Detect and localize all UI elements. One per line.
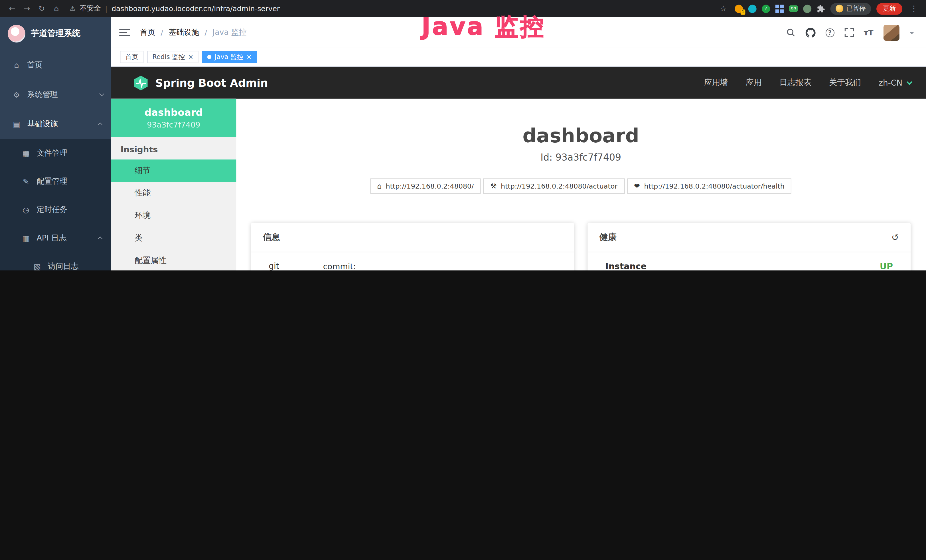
health-row-label: Instance: [605, 262, 647, 271]
chevron-down-icon: [99, 91, 104, 97]
close-icon[interactable]: ×: [188, 54, 194, 60]
sba-item-classes[interactable]: 类: [111, 227, 236, 249]
clock-icon: ◷: [21, 206, 31, 214]
search-icon[interactable]: [786, 28, 795, 37]
sba-brand-label: Spring Boot Admin: [156, 76, 268, 89]
service-url-link[interactable]: ⌂ http://192.168.0.2:48080/: [370, 178, 481, 194]
tag-redis-monitor[interactable]: Redis 监控 ×: [147, 51, 199, 63]
health-card-header: 健康 ↺: [587, 223, 911, 253]
sba-nav-applications[interactable]: 应用: [746, 77, 762, 88]
sba-nav-about[interactable]: 关于我们: [829, 77, 861, 88]
cards-left-column: 信息 git commit: time: 1596289704000 id: 2…: [251, 223, 574, 271]
link-label: http://192.168.0.2:48080/actuator/health: [644, 182, 784, 190]
sidebar-item-label: API 日志: [36, 233, 67, 243]
avatar-caret-icon[interactable]: [909, 32, 914, 37]
sidebar-item-label: 系统管理: [27, 89, 58, 100]
tag-java-monitor[interactable]: Java 监控 ×: [202, 51, 257, 63]
forward-icon[interactable]: →: [21, 4, 33, 13]
breadcrumb-infrastructure[interactable]: 基础设施: [168, 27, 199, 38]
folder-icon: ▦: [21, 148, 31, 157]
sidebar-item-label: 基础设施: [27, 119, 58, 129]
info-card: 信息 git commit: time: 1596289704000 id: 2…: [251, 223, 574, 271]
profile-paused-badge[interactable]: 已暂停: [831, 3, 871, 14]
close-icon[interactable]: ×: [247, 54, 252, 60]
extension-icon[interactable]: [803, 5, 811, 13]
sidebar-item-access-log[interactable]: ▧ 访问日志: [0, 252, 111, 271]
sidebar-item-file-manage[interactable]: ▦ 文件管理: [0, 139, 111, 167]
wrench-icon: ⚒: [490, 182, 496, 190]
link-label: http://192.168.0.2:48080/actuator: [501, 182, 617, 190]
sba-nav-wall[interactable]: 应用墙: [704, 77, 728, 88]
sidebar-item-config-manage[interactable]: ✎ 配置管理: [0, 167, 111, 195]
chevron-up-icon: [98, 236, 103, 242]
extension-icon[interactable]: [776, 5, 784, 13]
app-main: 首页 / 基础设施 / Java 监控 ?: [111, 17, 926, 271]
extension-icon[interactable]: ✓: [762, 5, 770, 13]
sidebar-item-scheduled-task[interactable]: ◷ 定时任务: [0, 195, 111, 224]
sba-instance-name: dashboard: [115, 107, 233, 118]
sidebar-item-api-log[interactable]: ▥ API 日志: [0, 224, 111, 252]
health-url-link[interactable]: ❤ http://192.168.0.2:48080/actuator/heal…: [627, 178, 792, 194]
security-label: 不安全: [80, 3, 101, 14]
header-actions: ? тT: [786, 24, 914, 41]
info-row-value: commit: time: 1596289704000 id: 27aa832 …: [323, 260, 562, 271]
browser-home-icon[interactable]: ⌂: [50, 4, 62, 13]
menu-kebab-icon[interactable]: ⋮: [908, 4, 920, 13]
fullscreen-icon[interactable]: [844, 28, 853, 37]
active-dot: [207, 55, 212, 59]
reload-icon[interactable]: ↻: [35, 4, 48, 13]
screenshot-root: ← → ↻ ⌂ ⚠ 不安全 | dashboard.yudao.iocoder.…: [0, 0, 926, 271]
instance-title: dashboard: [251, 124, 911, 147]
update-button[interactable]: 更新: [876, 3, 902, 14]
avatar[interactable]: [884, 24, 899, 41]
breadcrumb-current: Java 监控: [212, 27, 247, 38]
sba-item-config-props[interactable]: 配置属性: [111, 249, 236, 271]
actuator-url-link[interactable]: ⚒ http://192.168.0.2:48080/actuator: [483, 178, 625, 194]
sba-insights-group: Insights 细节 性能 环境 类 配置属性 计划任务: [111, 137, 236, 271]
extension-icon[interactable]: 1: [735, 5, 743, 13]
chevron-up-icon: [98, 123, 103, 127]
sba-item-environment[interactable]: 环境: [111, 204, 236, 227]
sba-body: dashboard 93a3fc7f7409 Insights 细节 性能 环境…: [111, 99, 926, 271]
sidebar-item-infrastructure[interactable]: ▤ 基础设施: [0, 109, 111, 139]
document-icon: ▥: [21, 234, 31, 242]
sba-nav: 应用墙 应用 日志报表 关于我们 zh-CN: [704, 77, 911, 88]
cards-right-column: 健康 ↺ Instance UP: [587, 223, 911, 271]
bookmark-star-icon[interactable]: ☆: [717, 4, 729, 13]
profile-avatar-icon: [835, 5, 843, 12]
sba-instance-header[interactable]: dashboard 93a3fc7f7409: [111, 99, 236, 137]
access-log-icon: ▧: [33, 262, 42, 271]
instance-links: ⌂ http://192.168.0.2:48080/ ⚒ http://192…: [251, 178, 911, 194]
cards-grid: 信息 git commit: time: 1596289704000 id: 2…: [251, 223, 911, 271]
breadcrumb-home[interactable]: 首页: [140, 27, 156, 38]
history-icon[interactable]: ↺: [891, 232, 899, 242]
sba-group-label: Insights: [111, 137, 236, 159]
info-row-label: git: [269, 260, 323, 271]
tag-label: Java 监控: [215, 53, 244, 61]
hamburger-icon[interactable]: [119, 29, 130, 36]
sba-brand[interactable]: Spring Boot Admin: [133, 75, 268, 91]
locale-selector[interactable]: zh-CN: [879, 78, 911, 87]
gear-icon: ⚙: [12, 90, 21, 99]
sidebar-item-label: 访问日志: [48, 261, 79, 271]
font-size-icon[interactable]: тT: [864, 28, 873, 37]
sba-item-metrics[interactable]: 性能: [111, 182, 236, 204]
status-badge: UP: [880, 262, 893, 271]
back-icon[interactable]: ←: [6, 4, 18, 13]
app-logo[interactable]: 芋道管理系统: [0, 17, 111, 50]
tag-label: 首页: [125, 53, 138, 61]
sidebar-item-label: 定时任务: [36, 204, 67, 215]
tags-view: 首页 Redis 监控 × Java 监控 ×: [111, 48, 926, 67]
sba-logo-icon: [133, 75, 149, 91]
address-bar[interactable]: ⚠ 不安全 | dashboard.yudao.iocoder.cn/infra…: [70, 3, 280, 14]
extension-icon[interactable]: [748, 5, 757, 13]
github-icon[interactable]: [805, 27, 816, 37]
sba-nav-journal[interactable]: 日志报表: [779, 77, 811, 88]
sidebar-item-system-manage[interactable]: ⚙ 系统管理: [0, 80, 111, 109]
extensions-puzzle-icon[interactable]: [817, 5, 825, 13]
sba-item-details[interactable]: 细节: [111, 159, 236, 182]
tag-home[interactable]: 首页: [120, 51, 144, 63]
extension-icon[interactable]: on: [789, 5, 798, 12]
help-icon[interactable]: ?: [825, 28, 834, 37]
sidebar-item-home[interactable]: ⌂ 首页: [0, 50, 111, 80]
